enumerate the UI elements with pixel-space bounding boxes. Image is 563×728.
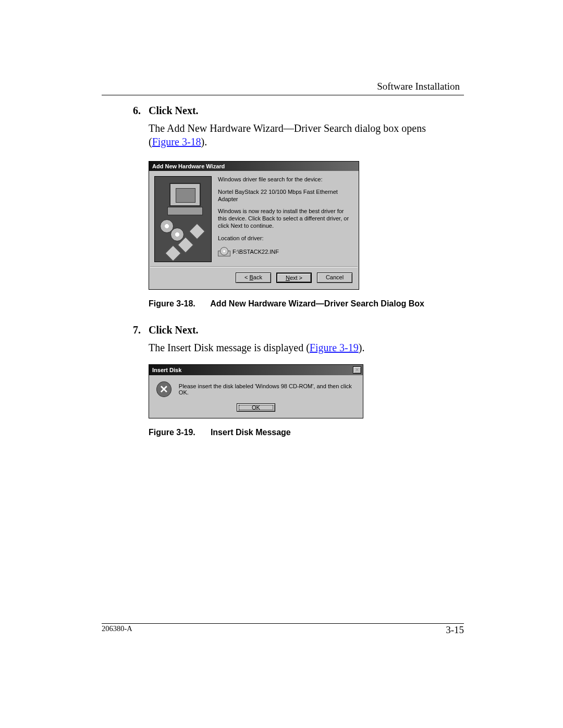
next-button[interactable]: Next > [276, 273, 312, 283]
page-footer: 206380-A 3-15 [102, 624, 464, 636]
add-new-hardware-wizard-dialog: Add New Hardware Wizard Windows driver f… [149, 161, 359, 290]
figure-3-18-link[interactable]: Figure 3-18 [152, 136, 201, 147]
wizard-titlebar: Add New Hardware Wizard [149, 162, 359, 171]
msgbox-text: Please insert the disk labeled 'Windows … [179, 383, 356, 396]
wizard-location-label: Location of driver: [218, 235, 352, 242]
cd-drive-icon [218, 247, 229, 256]
wizard-device-name: Nortel BayStack 22 10/100 Mbps Fast Ethe… [218, 189, 352, 203]
step-6-title: Click Next. [149, 105, 199, 117]
footer-pagenum: 3-15 [446, 624, 464, 636]
wizard-clipart [154, 176, 212, 262]
step-7-heading: 7. Click Next. [133, 324, 459, 336]
figure-3-19-link[interactable]: Figure 3-19 [310, 342, 359, 353]
msgbox-title-text: Insert Disk [152, 367, 181, 373]
back-button[interactable]: < Back [236, 273, 271, 283]
step-6-heading: 6. Click Next. [133, 105, 459, 117]
close-icon[interactable]: × [353, 366, 361, 374]
step-7-body: The Insert Disk message is displayed (Fi… [149, 341, 459, 355]
ok-button[interactable]: OK [237, 403, 275, 412]
wizard-location-value: F:\BSTACK22.INF [232, 249, 279, 255]
error-icon: ✕ [156, 381, 172, 397]
footer-docnum: 206380-A [102, 624, 132, 636]
wizard-instruction: Windows is now ready to install the best… [218, 208, 352, 229]
header-rule [102, 95, 464, 95]
insert-disk-dialog: Insert Disk × ✕ Please insert the disk l… [149, 364, 363, 418]
figure-3-18-caption: Figure 3-18. Add New Hardware Wizard—Dri… [149, 299, 464, 309]
running-header: Software Installation [102, 81, 464, 92]
step-7-number: 7. [133, 324, 149, 336]
msgbox-titlebar: Insert Disk × [149, 365, 363, 375]
footer-rule [102, 623, 464, 624]
wizard-content: Windows driver file search for the devic… [218, 176, 352, 262]
step-7-title: Click Next. [149, 324, 199, 336]
cancel-button[interactable]: Cancel [317, 273, 352, 283]
step-6-body: The Add New Hardware Wizard—Driver Searc… [149, 122, 459, 149]
step-6-number: 6. [133, 105, 149, 117]
figure-3-19-caption: Figure 3-19. Insert Disk Message [149, 428, 464, 437]
wizard-line-search: Windows driver file search for the devic… [218, 176, 352, 183]
